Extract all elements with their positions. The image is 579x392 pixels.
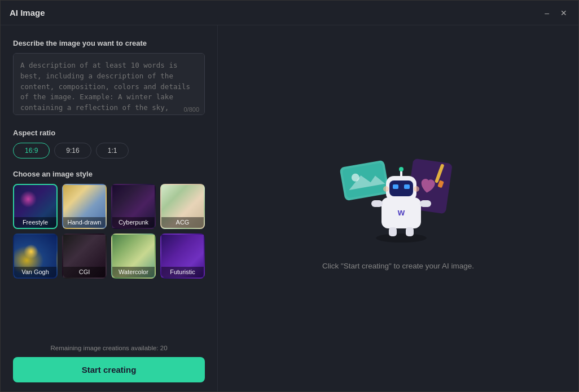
- remaining-text: Remaining image creations available: 20: [13, 345, 205, 351]
- aspect-9-16-button[interactable]: 9:16: [54, 143, 91, 158]
- style-section: Choose an image style Freestyle Hand-dra…: [13, 170, 205, 279]
- minimize-button[interactable]: –: [542, 7, 551, 19]
- aspect-16-9-button[interactable]: 16:9: [13, 143, 50, 158]
- aspect-ratio-label: Aspect ratio: [13, 129, 205, 137]
- style-hand-drawn-label: Hand-drawn: [63, 217, 106, 228]
- style-cyberpunk-label: Cyberpunk: [112, 217, 155, 228]
- window-controls: – ✕: [542, 7, 569, 19]
- svg-rect-16: [371, 200, 383, 207]
- style-futuristic[interactable]: Futuristic: [160, 234, 205, 279]
- aspect-buttons: 16:9 9:16 1:1: [13, 143, 205, 158]
- describe-label: Describe the image you want to create: [13, 39, 205, 47]
- ai-illustration-svg: w: [336, 147, 460, 248]
- style-cgi[interactable]: CGI: [62, 234, 107, 279]
- style-freestyle[interactable]: Freestyle: [13, 184, 58, 229]
- style-watercolor[interactable]: Watercolor: [111, 234, 156, 279]
- robot-illustration: w: [336, 147, 460, 248]
- style-hand-drawn[interactable]: Hand-drawn: [62, 184, 107, 229]
- titlebar: AI Image – ✕: [1, 1, 578, 25]
- main-window: AI Image – ✕ Describe the image you want…: [0, 0, 579, 392]
- description-textarea[interactable]: [13, 53, 205, 115]
- textarea-wrapper: 0/800: [13, 53, 205, 117]
- style-acg-label: ACG: [161, 217, 204, 228]
- svg-point-7: [376, 234, 427, 243]
- style-cyberpunk[interactable]: Cyberpunk: [111, 184, 156, 229]
- aspect-1-1-button[interactable]: 1:1: [96, 143, 129, 158]
- left-panel: Describe the image you want to create 0/…: [1, 25, 218, 391]
- svg-rect-12: [404, 184, 410, 189]
- svg-point-19: [414, 186, 419, 192]
- style-futuristic-label: Futuristic: [161, 267, 204, 278]
- style-label: Choose an image style: [13, 170, 205, 178]
- svg-point-14: [399, 167, 403, 171]
- right-panel-prompt: Click "Start creating" to create your AI…: [322, 262, 474, 270]
- svg-rect-11: [393, 184, 398, 189]
- style-acg[interactable]: ACG: [160, 184, 205, 229]
- close-button[interactable]: ✕: [558, 7, 569, 19]
- style-watercolor-label: Watercolor: [112, 267, 155, 278]
- svg-text:w: w: [397, 208, 405, 217]
- char-count: 0/800: [183, 106, 199, 113]
- svg-rect-21: [406, 227, 414, 236]
- style-van-gogh-label: Van Gogh: [14, 267, 56, 278]
- svg-rect-20: [389, 227, 397, 236]
- style-van-gogh[interactable]: Van Gogh: [13, 234, 58, 279]
- content-area: Describe the image you want to create 0/…: [1, 25, 578, 391]
- style-freestyle-label: Freestyle: [14, 217, 56, 228]
- svg-rect-17: [420, 200, 431, 207]
- style-cgi-label: CGI: [63, 267, 106, 278]
- window-title: AI Image: [10, 8, 45, 17]
- start-creating-button[interactable]: Start creating: [13, 357, 205, 382]
- style-grid: Freestyle Hand-drawn Cyberpunk ACG Van G…: [13, 184, 205, 279]
- aspect-ratio-section: Aspect ratio 16:9 9:16 1:1: [13, 129, 205, 158]
- svg-point-18: [383, 186, 389, 192]
- right-panel: w Click "Start creating" to create your …: [218, 25, 578, 391]
